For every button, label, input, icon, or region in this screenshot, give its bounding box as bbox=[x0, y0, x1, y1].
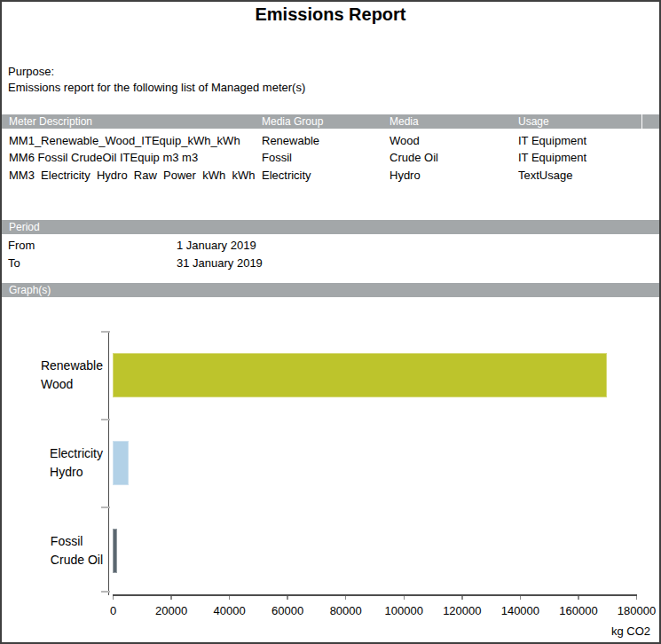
bar-fossil-crude-oil bbox=[113, 529, 118, 573]
x-axis-unit-label: kg CO2 bbox=[611, 624, 650, 639]
x-axis-tick-label: 180000 bbox=[609, 604, 661, 617]
page-title: Emissions Report bbox=[2, 2, 659, 27]
period-to-row: To 31 January 2019 bbox=[2, 255, 659, 272]
x-axis-tick bbox=[229, 596, 231, 601]
emissions-bar-chart: kg CO2 020000400006000080000100000120000… bbox=[2, 300, 659, 642]
x-axis-tick bbox=[170, 596, 172, 601]
purpose-label: Purpose: bbox=[8, 64, 54, 80]
x-axis-tick-label: 120000 bbox=[434, 604, 491, 617]
emissions-report-page: Emissions Report Purpose: Emissions repo… bbox=[0, 0, 661, 644]
cell-meter-description: MM1_Renewable_Wood_ITEquip_kWh_kWh bbox=[9, 132, 259, 149]
cell-media-group: Fossil bbox=[262, 149, 292, 166]
cell-media: Hydro bbox=[390, 167, 421, 184]
category-label-text: FossilCrude Oil bbox=[51, 532, 103, 569]
category-boundary-tick bbox=[101, 419, 111, 420]
x-axis-tick bbox=[520, 596, 522, 601]
category-boundary-tick bbox=[101, 331, 111, 333]
meters-table-header: Meter Description Media Group Media Usag… bbox=[2, 114, 659, 129]
graphs-section-header: Graph(s) bbox=[2, 283, 659, 297]
from-value: 1 January 2019 bbox=[177, 237, 256, 255]
table-row: MM3 Electricity Hydro Raw Power kWh kWh … bbox=[2, 167, 659, 184]
category-boundary-tick bbox=[101, 507, 111, 508]
y-axis-line bbox=[108, 331, 110, 595]
cell-media: Crude Oil bbox=[390, 149, 438, 166]
period-from-row: From 1 January 2019 bbox=[2, 237, 659, 255]
x-axis-tick bbox=[345, 596, 347, 601]
x-axis-tick-label: 160000 bbox=[550, 604, 607, 617]
category-label: FossilCrude Oil bbox=[2, 532, 103, 569]
x-axis-line bbox=[113, 594, 637, 596]
period-section-label: Period bbox=[9, 220, 40, 234]
x-axis-tick-label: 60000 bbox=[259, 604, 316, 617]
category-label: RenewableWood bbox=[2, 357, 103, 394]
cell-usage: TextUsage bbox=[518, 167, 572, 184]
x-axis-tick bbox=[113, 596, 114, 601]
period-section-header: Period bbox=[2, 220, 659, 234]
x-axis-tick-label: 100000 bbox=[375, 604, 432, 617]
category-boundary-tick bbox=[101, 591, 111, 593]
x-axis-tick bbox=[461, 596, 463, 601]
column-header-media-group: Media Group bbox=[262, 114, 323, 129]
bar-electricity-hydro bbox=[113, 441, 129, 485]
x-axis-tick bbox=[578, 596, 579, 601]
purpose-text: Emissions report for the following list … bbox=[8, 80, 305, 96]
cell-usage: IT Equipment bbox=[518, 149, 586, 166]
graphs-section-label: Graph(s) bbox=[9, 283, 51, 297]
to-value: 31 January 2019 bbox=[177, 255, 263, 272]
x-axis-tick bbox=[287, 596, 288, 601]
x-axis-tick-label: 0 bbox=[85, 604, 142, 617]
x-axis-tick bbox=[636, 596, 638, 601]
cell-media: Wood bbox=[390, 132, 420, 149]
x-axis-tick-label: 140000 bbox=[492, 604, 548, 617]
to-label: To bbox=[8, 255, 20, 272]
x-axis-tick-label: 20000 bbox=[143, 604, 200, 617]
column-header-media: Media bbox=[390, 114, 419, 129]
from-label: From bbox=[8, 237, 35, 255]
x-axis-tick-label: 40000 bbox=[201, 604, 258, 617]
table-row: MM6 Fossil CrudeOil ITEquip m3 m3 Fossil… bbox=[2, 149, 659, 166]
table-row: MM1_Renewable_Wood_ITEquip_kWh_kWh Renew… bbox=[2, 132, 659, 149]
bar-renewable-wood bbox=[113, 353, 607, 397]
column-header-usage: Usage bbox=[518, 114, 549, 129]
x-axis-tick-label: 80000 bbox=[318, 604, 374, 617]
x-axis-tick bbox=[404, 596, 405, 601]
category-label-text: ElectricityHydro bbox=[50, 444, 103, 482]
column-header-meter-description: Meter Description bbox=[9, 114, 92, 129]
cell-meter-description: MM3 Electricity Hydro Raw Power kWh kWh bbox=[9, 167, 259, 184]
table-header-column-divider bbox=[641, 114, 642, 129]
cell-media-group: Electricity bbox=[262, 167, 311, 184]
cell-media-group: Renewable bbox=[262, 132, 319, 149]
cell-usage: IT Equipment bbox=[518, 132, 586, 149]
category-label-text: RenewableWood bbox=[41, 357, 103, 394]
category-label: ElectricityHydro bbox=[2, 444, 103, 482]
cell-meter-description: MM6 Fossil CrudeOil ITEquip m3 m3 bbox=[9, 149, 259, 166]
